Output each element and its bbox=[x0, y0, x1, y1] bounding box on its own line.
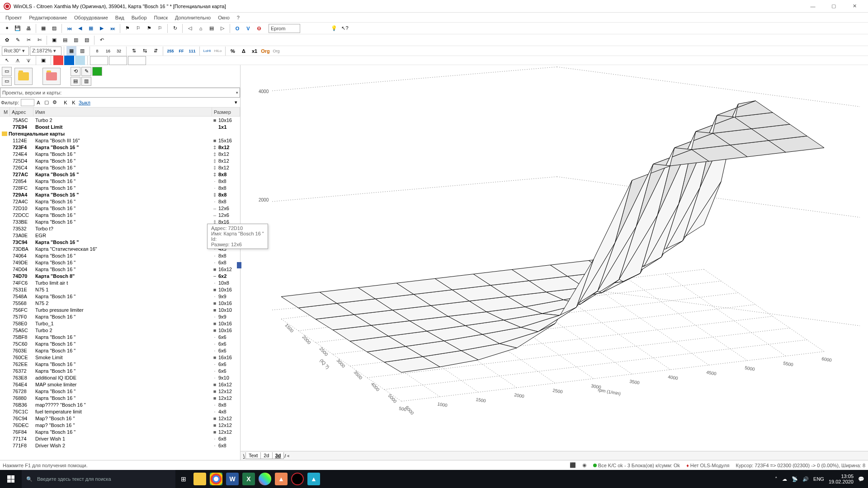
tab-3d[interactable]: 3d bbox=[272, 452, 284, 459]
sel-combo3[interactable] bbox=[128, 56, 146, 65]
table-row[interactable]: 75BF8Карта "Bosch 16 "·6x6 bbox=[0, 333, 240, 340]
table-row[interactable]: 76728Карта "Bosch 16 "■12x12 bbox=[0, 388, 240, 394]
edit-undo-icon[interactable]: ↶ bbox=[97, 35, 107, 45]
chrome-icon[interactable] bbox=[210, 473, 222, 485]
bits-32-icon[interactable]: 32 bbox=[114, 46, 124, 56]
filter-caret-icon[interactable]: ▾ bbox=[233, 99, 239, 105]
taskbar-search[interactable]: 🔍 Введите здесь текст для поиска bbox=[22, 470, 175, 488]
filter-k-icon[interactable]: K bbox=[61, 99, 70, 106]
print-icon[interactable]: 🖶 bbox=[24, 23, 33, 33]
bits-8-icon[interactable]: 8 bbox=[92, 46, 102, 56]
tray-notification-icon[interactable]: 💬 bbox=[858, 476, 864, 482]
tab-2d[interactable]: 2d bbox=[260, 452, 272, 459]
table-row[interactable]: 733BEКарта "Bosch 16 "‡8x16 bbox=[0, 218, 240, 225]
tb-flag2-icon[interactable]: ⚐ bbox=[133, 23, 143, 33]
menu-extra[interactable]: Дополнительно bbox=[171, 14, 214, 21]
edit-box4-icon[interactable]: ▧ bbox=[82, 35, 92, 45]
table-row[interactable]: 74FC6Turbo limit air t·10x8 bbox=[0, 279, 240, 286]
table-row[interactable]: 74D70Карта "Bosch 8"–6x2 bbox=[0, 272, 240, 279]
tree-folder[interactable]: Потенциальные карты bbox=[0, 130, 240, 137]
refresh-icon[interactable]: ↻ bbox=[170, 23, 180, 33]
table-row[interactable]: 77174Driver Wish 1·6x8 bbox=[0, 435, 240, 442]
delta-icon[interactable]: Δ bbox=[239, 46, 249, 56]
x1-icon[interactable]: x1 bbox=[250, 46, 259, 56]
nav-prev-icon[interactable]: ◀ bbox=[75, 23, 85, 33]
mark-o-off-icon[interactable]: O bbox=[254, 23, 264, 33]
view-mode2-icon[interactable]: ▥ bbox=[77, 46, 87, 56]
proj-s3-icon[interactable] bbox=[92, 67, 102, 76]
winols-task-icon[interactable] bbox=[291, 473, 304, 485]
menu-help[interactable]: ? bbox=[233, 14, 243, 21]
table-row[interactable]: 7548AКарта "Bosch 16 "·9x9 bbox=[0, 293, 240, 300]
proj-open-icon[interactable] bbox=[14, 68, 33, 85]
tb-flag1-icon[interactable]: ⚑ bbox=[123, 23, 132, 33]
table-row[interactable]: 76880Карта "Bosch 16 "■12x12 bbox=[0, 394, 240, 401]
table-row[interactable]: 725D4Карта "Bosch 16 "‡8x12 bbox=[0, 157, 240, 164]
table-row[interactable]: 771F8Driver Wish 2·6x8 bbox=[0, 442, 240, 449]
tb-flag3-icon[interactable]: ⚑ bbox=[144, 23, 154, 33]
table-row[interactable]: 73DBAКарта "Статистическая 16"·4x5 bbox=[0, 245, 240, 252]
proj-new-icon[interactable]: ▭ bbox=[2, 67, 12, 76]
table-row[interactable]: 76F84Карта "Bosch 16 "■12x12 bbox=[0, 428, 240, 435]
proj-open2-icon[interactable] bbox=[42, 68, 61, 85]
view-mode1-icon[interactable]: ▦ bbox=[66, 46, 76, 56]
table-row[interactable]: 7531EN75 1■10x16 bbox=[0, 286, 240, 293]
home-next-icon[interactable]: ▷ bbox=[217, 23, 227, 33]
edit-tool3-icon[interactable]: ✂ bbox=[24, 35, 33, 45]
edit-box3-icon[interactable]: ▥ bbox=[71, 35, 81, 45]
swap2-icon[interactable]: ⇆ bbox=[140, 46, 150, 56]
table-row[interactable]: 757F0Карта "Bosch 16 "·9x9 bbox=[0, 313, 240, 320]
col-m[interactable]: M / bbox=[0, 108, 10, 116]
photos-icon[interactable]: ▲ bbox=[307, 473, 320, 485]
3d-chart-area[interactable]: 4000 2000 500100015002000250030003500400… bbox=[241, 65, 868, 460]
table-row[interactable]: 1124EКарта "Bosch III 16"■15x16 bbox=[0, 137, 240, 144]
menu-view[interactable]: Вид bbox=[112, 14, 128, 21]
swap3-icon[interactable]: ⇵ bbox=[151, 46, 160, 56]
word-icon[interactable]: W bbox=[226, 473, 239, 485]
menu-select[interactable]: Выбор bbox=[128, 14, 151, 21]
nav-last-icon[interactable]: ⏭ bbox=[108, 23, 118, 33]
table-row[interactable]: 723F4Карта "Bosch 16 "‡8x12 bbox=[0, 144, 240, 150]
proj-s4-icon[interactable]: ▤ bbox=[71, 77, 80, 86]
table-row[interactable]: 73532Torbo t?■10x10 bbox=[0, 225, 240, 232]
bits-16-icon[interactable]: 16 bbox=[103, 46, 113, 56]
table-row[interactable]: 763E8additional IQ IDDE·9x10 bbox=[0, 374, 240, 381]
org2-icon[interactable]: Org bbox=[271, 46, 281, 56]
table-row[interactable]: 758E0Turbo_1■10x16 bbox=[0, 320, 240, 327]
table-row[interactable]: 72A4CКарта "Bosch 16 "·8x8 bbox=[0, 198, 240, 205]
val-255-icon[interactable]: 255 bbox=[165, 46, 175, 56]
filter-btn2-icon[interactable]: ▢ bbox=[42, 99, 51, 106]
col-size[interactable]: Размер bbox=[212, 108, 240, 116]
edit-brush-icon[interactable]: ✎ bbox=[13, 35, 23, 45]
filter-input[interactable] bbox=[21, 99, 34, 106]
proj-s2-icon[interactable]: ✎ bbox=[81, 67, 91, 76]
table-row[interactable]: 729A4Карта "Bosch 16 "‡8x8 bbox=[0, 191, 240, 198]
menu-search[interactable]: Поиск bbox=[151, 14, 171, 21]
tray-volume-icon[interactable]: 🔊 bbox=[802, 476, 809, 482]
help-bubble-icon[interactable]: 💡 bbox=[329, 23, 339, 33]
table-row[interactable]: 75C60Карта "Bosch 16 "·6x6 bbox=[0, 340, 240, 347]
tray-cloud-icon[interactable]: ☁ bbox=[782, 476, 787, 482]
projects-dropdown[interactable]: Проекты, версии и карты: bbox=[0, 88, 240, 98]
val-ff-icon[interactable]: FF bbox=[176, 46, 186, 56]
sel-combo2[interactable] bbox=[109, 56, 127, 65]
table-row[interactable]: 75A5CTurbo 2■10x16 bbox=[0, 327, 240, 333]
eprom-dropdown[interactable]: Eprom bbox=[269, 24, 300, 33]
table-row[interactable]: 72D10Карта "Bosch 16 "–12x6 bbox=[0, 205, 240, 211]
filter-toggle[interactable]: Зыкл bbox=[79, 100, 90, 105]
filter-k2-icon[interactable]: K bbox=[70, 99, 78, 106]
table-row[interactable]: 74D04Карта "Bosch 16 "■16x12 bbox=[0, 266, 240, 272]
table-row[interactable]: 76372Карта "Bosch 16 "·6x6 bbox=[0, 367, 240, 374]
table-row[interactable]: 76C1Cfuel temperature limit·4x8 bbox=[0, 408, 240, 415]
filter-btn1-icon[interactable]: A bbox=[34, 99, 42, 106]
save-icon[interactable]: 💾 bbox=[13, 23, 23, 33]
tray-lang[interactable]: ENG bbox=[813, 476, 824, 482]
tab-text[interactable]: Text bbox=[245, 452, 261, 459]
col-name[interactable]: Имя bbox=[33, 108, 212, 116]
tray-date[interactable]: 19.02.2020 bbox=[829, 479, 854, 484]
minimize-button[interactable]: — bbox=[803, 0, 823, 12]
zoom-dropdown[interactable]: Z:1872% ▾ bbox=[30, 47, 61, 56]
tray-network-icon[interactable]: 📡 bbox=[792, 476, 798, 482]
tb-window-2-icon[interactable]: ▨ bbox=[49, 23, 59, 33]
val-111-icon[interactable]: 111 bbox=[187, 46, 197, 56]
